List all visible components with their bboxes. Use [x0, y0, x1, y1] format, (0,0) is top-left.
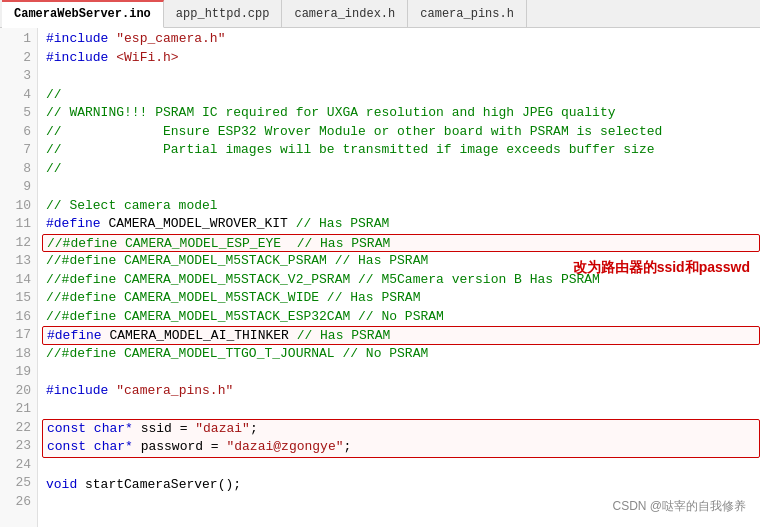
- code-line: [46, 67, 760, 86]
- code-line: [46, 178, 760, 197]
- line-number: 19: [0, 363, 31, 382]
- tab-ino[interactable]: CameraWebServer.ino: [2, 0, 164, 28]
- block-highlight-wrapper: const char* ssid = "dazai";const char* p…: [42, 419, 760, 458]
- line-number: 10: [0, 197, 31, 216]
- code-line: void startCameraServer();: [46, 476, 760, 495]
- line-number: 25: [0, 474, 31, 493]
- code-line: //: [46, 86, 760, 105]
- code-line: #include <WiFi.h>: [46, 49, 760, 68]
- line-number: 17: [0, 326, 31, 345]
- line-number: 4: [0, 86, 31, 105]
- line-number: 12: [0, 234, 31, 253]
- code-line: #include "esp_camera.h": [46, 30, 760, 49]
- code-line: //#define CAMERA_MODEL_M5STACK_WIDE // H…: [46, 289, 760, 308]
- line-number: 23: [0, 437, 31, 456]
- line-number: 26: [0, 493, 31, 512]
- code-line: const char* password = "dazai@zgongye";: [43, 438, 759, 457]
- code-line: [46, 400, 760, 419]
- line-number: 9: [0, 178, 31, 197]
- code-line: // WARNING!!! PSRAM IC required for UXGA…: [46, 104, 760, 123]
- code-content: #include "esp_camera.h"#include <WiFi.h>…: [38, 28, 760, 527]
- line-number: 20: [0, 382, 31, 401]
- line-number: 16: [0, 308, 31, 327]
- code-line: //: [46, 160, 760, 179]
- code-line: [46, 458, 760, 477]
- line-number: 22: [0, 419, 31, 438]
- line-number: 15: [0, 289, 31, 308]
- code-line: //#define CAMERA_MODEL_TTGO_T_JOURNAL //…: [46, 345, 760, 364]
- line-number: 21: [0, 400, 31, 419]
- code-line: //#define CAMERA_MODEL_M5STACK_ESP32CAM …: [46, 308, 760, 327]
- line-number: 7: [0, 141, 31, 160]
- code-line: // Partial images will be transmitted if…: [46, 141, 760, 160]
- code-line: #define CAMERA_MODEL_AI_THINKER // Has P…: [42, 326, 760, 345]
- annotation: 改为路由器的ssid和passwd: [573, 258, 750, 277]
- tab-apphttpd[interactable]: app_httpd.cpp: [164, 0, 283, 28]
- code-line: const char* ssid = "dazai";: [43, 420, 759, 439]
- line-number: 11: [0, 215, 31, 234]
- tab-bar: CameraWebServer.ino app_httpd.cpp camera…: [0, 0, 760, 28]
- code-line: [46, 363, 760, 382]
- code-line: #include "camera_pins.h": [46, 382, 760, 401]
- line-number: 1: [0, 30, 31, 49]
- line-number: 8: [0, 160, 31, 179]
- line-number: 6: [0, 123, 31, 142]
- line-number: 18: [0, 345, 31, 364]
- code-line: // Ensure ESP32 Wrover Module or other b…: [46, 123, 760, 142]
- line-number: 13: [0, 252, 31, 271]
- code-line: //#define CAMERA_MODEL_ESP_EYE // Has PS…: [42, 234, 760, 253]
- line-number: 3: [0, 67, 31, 86]
- tab-camera-pins[interactable]: camera_pins.h: [408, 0, 527, 28]
- code-line: #define CAMERA_MODEL_WROVER_KIT // Has P…: [46, 215, 760, 234]
- line-number: 2: [0, 49, 31, 68]
- line-number: 14: [0, 271, 31, 290]
- code-area: 1234567891011121314151617181920212223242…: [0, 28, 760, 527]
- watermark: CSDN @哒宰的自我修养: [612, 497, 746, 516]
- code-line: // Select camera model: [46, 197, 760, 216]
- tab-camera-index[interactable]: camera_index.h: [282, 0, 408, 28]
- line-number: 24: [0, 456, 31, 475]
- line-numbers: 1234567891011121314151617181920212223242…: [0, 28, 38, 527]
- line-number: 5: [0, 104, 31, 123]
